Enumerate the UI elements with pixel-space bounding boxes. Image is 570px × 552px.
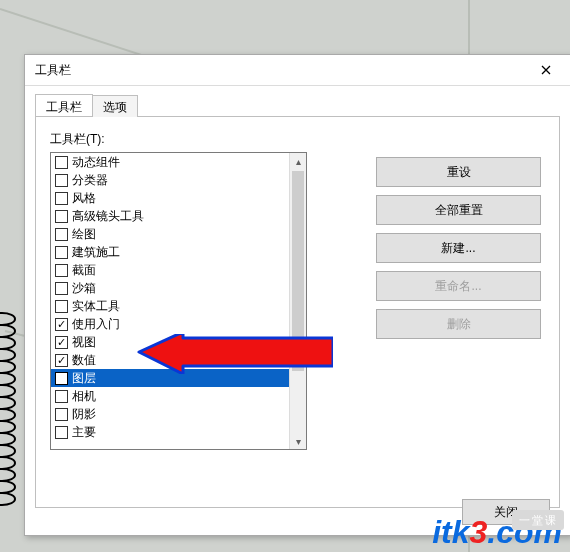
list-item[interactable]: 高级镜头工具 (51, 207, 290, 225)
tab-strip: 工具栏 选项 (35, 94, 560, 117)
toolbars-dialog: 工具栏 工具栏 选项 工具栏(T): 动态组件分类器风格高级镜头工具绘图建筑施工… (24, 54, 570, 536)
checkbox[interactable] (55, 246, 68, 259)
list-item[interactable]: 动态组件 (51, 153, 290, 171)
checkbox[interactable] (55, 156, 68, 169)
list-item-label: 使用入门 (72, 316, 120, 333)
reset-all-button[interactable]: 全部重置 (376, 195, 541, 225)
delete-button: 删除 (376, 309, 541, 339)
tab-label: 工具栏 (46, 100, 82, 114)
checkbox[interactable] (55, 408, 68, 421)
list-item[interactable]: 图层 (51, 369, 290, 387)
list-item-label: 动态组件 (72, 154, 120, 171)
list-item[interactable]: 视图 (51, 333, 290, 351)
list-item[interactable]: 阴影 (51, 405, 290, 423)
watermark-text: itk (432, 514, 469, 550)
close-button[interactable] (530, 58, 562, 82)
tab-label: 选项 (103, 100, 127, 114)
checkbox[interactable] (55, 426, 68, 439)
list-item-label: 数值 (72, 352, 96, 369)
scroll-up-icon[interactable]: ▴ (290, 153, 306, 169)
checkbox[interactable] (55, 318, 68, 331)
list-item[interactable]: 绘图 (51, 225, 290, 243)
bg-spiral (0, 314, 16, 506)
checkbox[interactable] (55, 174, 68, 187)
dialog-title: 工具栏 (33, 62, 530, 79)
checkbox[interactable] (55, 192, 68, 205)
checkbox[interactable] (55, 336, 68, 349)
list-item[interactable]: 建筑施工 (51, 243, 290, 261)
checkbox[interactable] (55, 390, 68, 403)
list-item[interactable]: 分类器 (51, 171, 290, 189)
list-item-label: 高级镜头工具 (72, 208, 144, 225)
list-item[interactable]: 主要 (51, 423, 290, 441)
watermark: 一堂课 itk3.com (432, 516, 562, 548)
dialog-content: 工具栏 选项 工具栏(T): 动态组件分类器风格高级镜头工具绘图建筑施工截面沙箱… (25, 86, 570, 535)
list-item[interactable]: 风格 (51, 189, 290, 207)
new-button[interactable]: 新建... (376, 233, 541, 263)
list-label: 工具栏(T): (50, 131, 545, 148)
list-item[interactable]: 截面 (51, 261, 290, 279)
list-item-label: 分类器 (72, 172, 108, 189)
watermark-text: 3 (470, 514, 488, 550)
scrollbar[interactable]: ▴ ▾ (289, 153, 306, 449)
checkbox[interactable] (55, 300, 68, 313)
checkbox[interactable] (55, 264, 68, 277)
list-item-label: 主要 (72, 424, 96, 441)
watermark-text: . (487, 514, 496, 550)
checkbox[interactable] (55, 372, 68, 385)
watermark-badge: 一堂课 (512, 510, 564, 530)
checkbox[interactable] (55, 282, 68, 295)
list-item[interactable]: 使用入门 (51, 315, 290, 333)
close-icon (541, 65, 551, 75)
list-item[interactable]: 沙箱 (51, 279, 290, 297)
tab-toolbars[interactable]: 工具栏 (35, 94, 93, 116)
list-item-label: 风格 (72, 190, 96, 207)
toolbars-list[interactable]: 动态组件分类器风格高级镜头工具绘图建筑施工截面沙箱实体工具使用入门视图数值图层相… (50, 152, 307, 450)
tab-panel-toolbars: 工具栏(T): 动态组件分类器风格高级镜头工具绘图建筑施工截面沙箱实体工具使用入… (35, 117, 560, 508)
checkbox[interactable] (55, 210, 68, 223)
side-buttons: 重设 全部重置 新建... 重命名... 删除 (376, 157, 541, 347)
dialog-titlebar: 工具栏 (25, 55, 570, 86)
list-item-label: 图层 (72, 370, 96, 387)
checkbox[interactable] (55, 228, 68, 241)
list-item-label: 相机 (72, 388, 96, 405)
list-item[interactable]: 实体工具 (51, 297, 290, 315)
reset-button[interactable]: 重设 (376, 157, 541, 187)
list-item[interactable]: 相机 (51, 387, 290, 405)
list-item-label: 绘图 (72, 226, 96, 243)
list-item-label: 实体工具 (72, 298, 120, 315)
checkbox[interactable] (55, 354, 68, 367)
list-item-label: 截面 (72, 262, 96, 279)
scroll-down-icon[interactable]: ▾ (290, 433, 306, 449)
list-item-label: 视图 (72, 334, 96, 351)
scroll-thumb[interactable] (292, 171, 304, 371)
list-item-label: 阴影 (72, 406, 96, 423)
list-item-label: 建筑施工 (72, 244, 120, 261)
rename-button: 重命名... (376, 271, 541, 301)
list-item[interactable]: 数值 (51, 351, 290, 369)
list-item-label: 沙箱 (72, 280, 96, 297)
tab-options[interactable]: 选项 (92, 95, 138, 117)
